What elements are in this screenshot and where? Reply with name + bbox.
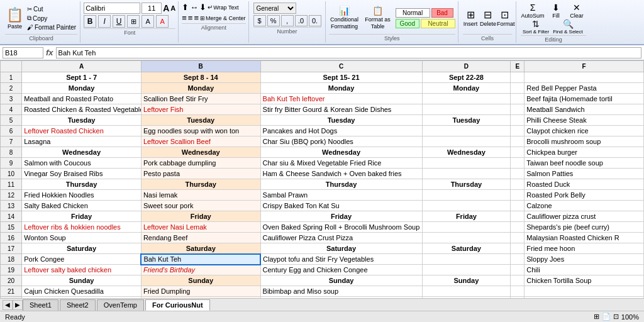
cell-18-D[interactable] (422, 254, 511, 265)
wrap-text-button[interactable]: ↵Wrap Text (208, 4, 238, 11)
cell-1-A[interactable]: Sept 1 - 7 (22, 72, 142, 83)
cell-18-A[interactable]: Pork Congee (22, 254, 142, 265)
font-size-input[interactable] (142, 3, 162, 14)
cell-12-D[interactable] (422, 190, 511, 201)
font-shrink-button[interactable]: A (170, 5, 175, 12)
paste-button[interactable]: 📋 Paste (5, 6, 25, 31)
cell-2-D[interactable]: Monday (422, 83, 511, 94)
sheet-tab-for-curiousnut[interactable]: For CuriousNut (145, 299, 210, 311)
align-top-button[interactable]: ⬆ (182, 3, 189, 12)
cell-12-B[interactable]: Nasi lemak (141, 190, 260, 201)
cell-3-A[interactable]: Meatball and Roasted Potato (22, 94, 142, 104)
fill-color-button[interactable]: A (142, 15, 154, 28)
cell-10-E[interactable] (511, 169, 525, 179)
tab-scroll-right[interactable]: ▶ (13, 300, 23, 310)
normal-view-button[interactable]: ⊞ (594, 313, 599, 321)
cell-20-E[interactable] (511, 275, 525, 286)
cell-5-A[interactable]: Tuesday (22, 115, 142, 126)
cell-7-C[interactable]: Char Siu (BBQ pork) Noodles (260, 136, 422, 147)
cell-16-D[interactable] (422, 233, 511, 243)
format-button[interactable]: ⊡Format (497, 9, 512, 27)
cell-18-B[interactable]: Bah Kut Teh (141, 254, 260, 265)
cell-15-F[interactable]: Shepards's pie (beef curry) (525, 222, 644, 233)
cell-13-B[interactable]: Sweet sour pork (141, 201, 260, 211)
cell-11-D[interactable]: Thursday (422, 179, 511, 190)
format-select[interactable]: General (253, 3, 296, 14)
cell-21-E[interactable] (511, 286, 525, 297)
align-bottom-button[interactable]: ⬇ (199, 3, 206, 12)
cell-10-B[interactable]: Pesto pasta (141, 169, 260, 179)
cell-12-E[interactable] (511, 190, 525, 201)
cell-2-C[interactable]: Monday (260, 83, 422, 94)
cell-20-A[interactable]: Sunday (22, 275, 142, 286)
cell-11-A[interactable]: Thursday (22, 179, 142, 190)
cell-7-E[interactable] (511, 136, 525, 147)
cell-14-F[interactable]: Cauliflower pizza crust (525, 211, 644, 222)
cell-14-B[interactable]: Friday (141, 211, 260, 222)
cell-18-E[interactable] (511, 254, 525, 265)
cell-7-B[interactable]: Leftover Scallion Beef (141, 136, 260, 147)
page-layout-button[interactable]: 📄 (602, 313, 611, 321)
fill-button[interactable]: ⬇Fill (547, 3, 565, 19)
cell-13-A[interactable]: Salty Baked Chicken (22, 201, 142, 211)
cell-3-C[interactable]: Bah Kut Teh leftover (260, 94, 422, 104)
cell-1-B[interactable]: Sept 8 - 14 (141, 72, 260, 83)
cell-16-B[interactable]: Rendang Beef (141, 233, 260, 243)
cell-11-B[interactable]: Thursday (141, 179, 260, 190)
cell-7-D[interactable] (422, 136, 511, 147)
cell-6-E[interactable] (511, 126, 525, 136)
cell-8-B[interactable]: Wednesday (141, 147, 260, 158)
cell-9-E[interactable] (511, 158, 525, 169)
cell-15-C[interactable]: Oven Baked Spring Roll + Brocolli Mushro… (260, 222, 422, 233)
formula-input[interactable] (56, 47, 641, 58)
font-grow-button[interactable]: A (163, 4, 169, 13)
autosum-button[interactable]: ΣAutoSum (521, 3, 545, 19)
cell-8-F[interactable]: Chickpea burger (525, 147, 644, 158)
cell-4-A[interactable]: Roasted Chicken & Roasted Vegetables (22, 104, 142, 115)
col-header-D[interactable]: D (422, 61, 511, 72)
sheet-tab-sheet2[interactable]: Sheet2 (60, 299, 96, 311)
cell-5-C[interactable]: Tuesday (260, 115, 422, 126)
cell-16-E[interactable] (511, 233, 525, 243)
cell-10-F[interactable]: Salmon Patties (525, 169, 644, 179)
format-table-button[interactable]: 📋Format as Table (362, 6, 394, 30)
cell-15-B[interactable]: Leftover Nasi Lemak (141, 222, 260, 233)
cell-13-E[interactable] (511, 201, 525, 211)
align-right-button[interactable]: ≡ (194, 13, 199, 23)
cell-19-A[interactable]: Leftover salty baked chicken (22, 265, 142, 275)
cell-9-F[interactable]: Taiwan beef noodle soup (525, 158, 644, 169)
cell-8-E[interactable] (511, 147, 525, 158)
cell-11-F[interactable]: Roasted Duck (525, 179, 644, 190)
sheet-tab-oventemp[interactable]: OvenTemp (97, 299, 144, 311)
cell-16-F[interactable]: Malaysian Roasted Chicken R (525, 233, 644, 243)
cell-17-A[interactable]: Saturday (22, 243, 142, 254)
col-header-F[interactable]: F (525, 61, 644, 72)
cell-11-E[interactable] (511, 179, 525, 190)
cell-1-E[interactable] (511, 72, 525, 83)
cell-19-D[interactable] (422, 265, 511, 275)
delete-button[interactable]: ⊟Delete (480, 9, 495, 27)
cell-3-D[interactable] (422, 94, 511, 104)
cell-17-F[interactable]: Fried mee hoon (525, 243, 644, 254)
cell-8-D[interactable]: Wednesday (422, 147, 511, 158)
align-middle-button[interactable]: ↔ (190, 3, 198, 12)
cell-14-A[interactable]: Friday (22, 211, 142, 222)
italic-button[interactable]: I (98, 15, 111, 28)
col-header-E[interactable]: E (511, 61, 525, 72)
cell-16-C[interactable]: Cauliflower Pizza Crust Pizza (260, 233, 422, 243)
cell-5-E[interactable] (511, 115, 525, 126)
cell-10-D[interactable] (422, 169, 511, 179)
border-button[interactable]: ⊞ (127, 15, 140, 28)
cell-15-E[interactable] (511, 222, 525, 233)
cell-17-E[interactable] (511, 243, 525, 254)
cell-3-B[interactable]: Scallion Beef Stir Fry (141, 94, 260, 104)
increase-decimal-button[interactable]: .0 (295, 15, 308, 26)
cell-4-E[interactable] (511, 104, 525, 115)
cell-4-C[interactable]: Stir fry Bitter Gourd & Korean Side Dish… (260, 104, 422, 115)
copy-button[interactable]: ⧉Copy (26, 14, 77, 23)
cell-21-C[interactable]: Bibimbap and Miso soup (260, 286, 422, 297)
cell-20-B[interactable]: Sunday (141, 275, 260, 286)
cell-5-F[interactable]: Philli Cheese Steak (525, 115, 644, 126)
cell-4-B[interactable]: Leftover Fish (141, 104, 260, 115)
cell-17-C[interactable]: Saturday (260, 243, 422, 254)
